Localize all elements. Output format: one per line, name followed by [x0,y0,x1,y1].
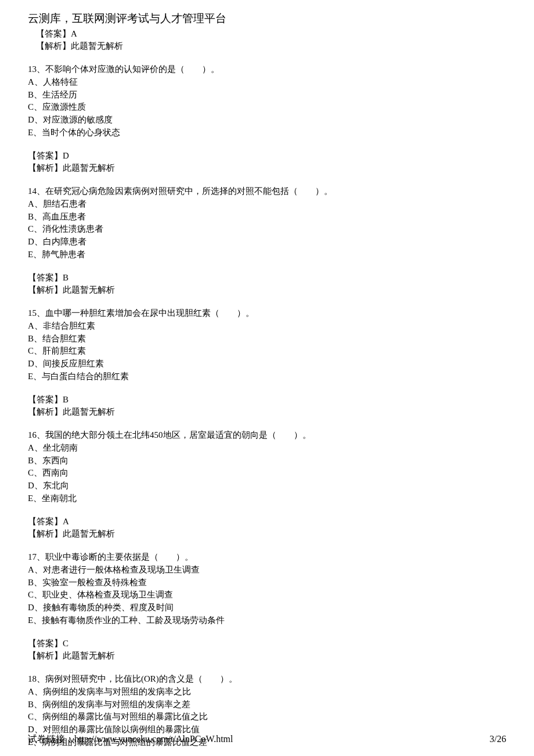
analysis-line: 【解析】此题暂无解析 [28,406,506,419]
question-option: E、坐南朝北 [28,492,506,505]
question-block: 14、在研究冠心病危险因素病例对照研究中，所选择的对照不能包括（ ）。A、胆结石… [28,185,506,297]
question-stem: 16、我国的绝大部分领土在北纬450地区，居室最适宜的朝向是（ ）。 [28,429,506,442]
answer-label: 【答案】 [28,395,63,404]
question-text: 职业中毒诊断的主要依据是（ ）。 [45,552,193,561]
question-number: 15、 [28,308,45,318]
question-option: A、坐北朝南 [28,442,506,455]
question-option: B、生活经历 [28,89,506,102]
footer-link-url: http://www.yunceku.com/t/AlnPCoW.html [74,734,233,744]
analysis-value: 此题暂无解析 [71,41,123,51]
answer-value: B [63,273,68,282]
analysis-line: 【解析】此题暂无解析 [28,284,506,297]
page-number: 3/26 [490,732,506,746]
question-option: D、对应激源的敏感度 [28,114,506,127]
question-option: B、高血压患者 [28,211,506,224]
question-number: 18、 [28,674,45,683]
question-option: D、接触有毒物质的种类、程度及时间 [28,602,506,614]
analysis-label: 【解析】 [28,163,63,172]
answer-value: A [63,517,69,526]
question-text: 不影响个体对应激的认知评价的是（ ）。 [45,64,219,74]
question-option: A、对患者进行一般体格检查及现场卫生调查 [28,564,506,577]
answer-value: B [63,395,68,404]
question-block: 15、血中哪一种胆红素增加会在尿中出现胆红素（ ）。A、非结合胆红素B、结合胆红… [28,307,506,419]
analysis-value: 此题暂无解析 [63,407,115,416]
analysis-line: 【解析】此题暂无解析 [28,162,506,175]
answer-label: 【答案】 [28,151,63,160]
question-option: E、肺气肿患者 [28,249,506,261]
question-number: 17、 [28,552,45,561]
answer-label: 【答案】 [36,29,71,38]
question-option: C、消化性溃疡患者 [28,223,506,236]
question-stem: 13、不影响个体对应激的认知评价的是（ ）。 [28,63,506,76]
question-option: D、间接反应胆红素 [28,358,506,370]
footer-link: 试卷链接：http://www.yunceku.com/t/AlnPCoW.ht… [28,732,233,746]
question-option: E、接触有毒物质作业的工种、工龄及现场劳动条件 [28,614,506,627]
answer-value: A [71,29,77,38]
page-header-title: 云测库，互联网测评考试与人才管理平台 [28,10,506,27]
question-stem: 15、血中哪一种胆红素增加会在尿中出现胆红素（ ）。 [28,307,506,320]
question-stem: 18、病例对照研究中，比值比(OR)的含义是（ ）。 [28,673,506,686]
q12-analysis-line: 【解析】此题暂无解析 [36,40,506,53]
question-number: 14、 [28,186,45,196]
question-stem: 14、在研究冠心病危险因素病例对照研究中，所选择的对照不能包括（ ）。 [28,185,506,198]
question-text: 血中哪一种胆红素增加会在尿中出现胆红素（ ）。 [45,308,254,318]
answer-line: 【答案】A [28,516,506,528]
analysis-value: 此题暂无解析 [63,529,115,538]
answer-label: 【答案】 [28,517,63,526]
answer-line: 【答案】B [28,394,506,406]
question-option: A、非结合胆红素 [28,320,506,333]
analysis-line: 【解析】此题暂无解析 [28,650,506,663]
answer-line: 【答案】B [28,272,506,285]
question-option: E、当时个体的心身状态 [28,127,506,139]
answer-value: D [63,151,69,160]
question-option: B、病例组的发病率与对照组的发病率之差 [28,699,506,711]
question-option: B、结合胆红素 [28,333,506,345]
question-option: A、胆结石患者 [28,198,506,211]
question-option: C、职业史、体格检查及现场卫生调查 [28,589,506,602]
analysis-value: 此题暂无解析 [63,651,115,660]
question-option: C、肝前胆红素 [28,345,506,358]
answer-line: 【答案】D [28,150,506,163]
question-option: C、西南向 [28,467,506,480]
analysis-label: 【解析】 [28,651,63,660]
q12-answer-block: 【答案】A 【解析】此题暂无解析 [36,28,506,53]
page-footer: 试卷链接：http://www.yunceku.com/t/AlnPCoW.ht… [28,732,506,746]
question-block: 16、我国的绝大部分领土在北纬450地区，居室最适宜的朝向是（ ）。A、坐北朝南… [28,429,506,541]
analysis-label: 【解析】 [28,529,63,538]
question-text: 在研究冠心病危险因素病例对照研究中，所选择的对照不能包括（ ）。 [45,186,333,196]
analysis-value: 此题暂无解析 [63,163,115,172]
question-option: A、病例组的发病率与对照组的发病率之比 [28,686,506,699]
analysis-line: 【解析】此题暂无解析 [28,528,506,541]
question-option: B、实验室一般检查及特殊检查 [28,577,506,589]
answer-line: 【答案】C [28,638,506,650]
question-stem: 17、职业中毒诊断的主要依据是（ ）。 [28,551,506,564]
question-option: D、东北向 [28,480,506,492]
question-option: E、与白蛋白结合的胆红素 [28,370,506,383]
analysis-label: 【解析】 [36,41,71,51]
question-option: A、人格特征 [28,76,506,89]
question-option: C、应激源性质 [28,101,506,114]
q12-answer-line: 【答案】A [36,28,506,41]
question-option: D、白内障患者 [28,236,506,249]
analysis-label: 【解析】 [28,407,63,416]
analysis-value: 此题暂无解析 [63,285,115,294]
question-text: 病例对照研究中，比值比(OR)的含义是（ ）。 [45,674,237,683]
answer-label: 【答案】 [28,639,63,648]
answer-label: 【答案】 [28,273,63,282]
question-option: C、病例组的暴露比值与对照组的暴露比值之比 [28,711,506,723]
analysis-label: 【解析】 [28,285,63,294]
footer-link-label: 试卷链接： [28,734,74,744]
answer-value: C [63,639,68,648]
question-block: 17、职业中毒诊断的主要依据是（ ）。A、对患者进行一般体格检查及现场卫生调查B… [28,551,506,663]
question-option: B、东西向 [28,455,506,467]
question-number: 13、 [28,64,45,74]
question-number: 16、 [28,430,45,440]
question-block: 13、不影响个体对应激的认知评价的是（ ）。A、人格特征B、生活经历C、应激源性… [28,63,506,175]
question-text: 我国的绝大部分领土在北纬450地区，居室最适宜的朝向是（ ）。 [45,430,311,440]
